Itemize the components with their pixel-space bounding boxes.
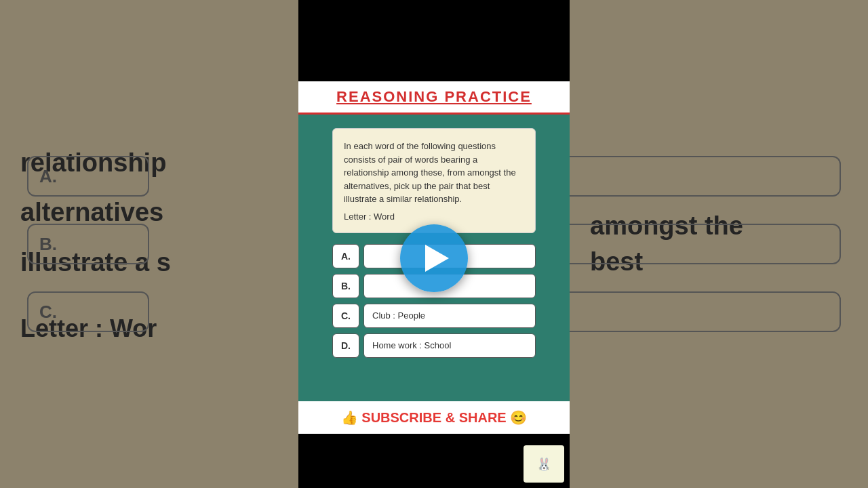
bg-buttons-left-container: A. B. C.	[27, 0, 149, 488]
question-body: In each word of the following questions …	[344, 140, 524, 206]
play-icon	[425, 245, 449, 272]
page-title: REASONING PRACTICE	[298, 88, 570, 106]
quiz-area: In each word of the following questions …	[298, 115, 570, 401]
option-letter-d[interactable]: D.	[332, 333, 359, 358]
play-button[interactable]	[400, 224, 468, 292]
question-stem: Letter : Word	[344, 211, 524, 222]
bg-btn-c: C.	[27, 291, 149, 332]
option-row-c: C. Club : People	[332, 304, 536, 328]
option-letter-b[interactable]: B.	[332, 274, 359, 298]
option-letter-a[interactable]: A.	[332, 244, 359, 268]
option-row-d: D. Home work : School	[332, 333, 536, 358]
option-text-c[interactable]: Club : People	[363, 304, 536, 328]
option-letter-c[interactable]: C.	[332, 304, 359, 328]
bottom-black-bar: 🐰	[298, 434, 570, 488]
top-black-bar	[298, 0, 570, 81]
bg-btn-a: A.	[27, 156, 149, 197]
video-container: REASONING PRACTICE In each word of the f…	[298, 0, 570, 488]
header-bar: REASONING PRACTICE	[298, 81, 570, 115]
thumbnail-preview: 🐰	[524, 445, 564, 483]
option-text-d[interactable]: Home work : School	[363, 333, 536, 358]
bg-btn-b: B.	[27, 224, 149, 264]
subscribe-text: 👍 SUBSCRIBE & SHARE 😊	[298, 409, 570, 426]
question-card: In each word of the following questions …	[332, 128, 536, 233]
subscribe-bar: 👍 SUBSCRIBE & SHARE 😊	[298, 401, 570, 434]
